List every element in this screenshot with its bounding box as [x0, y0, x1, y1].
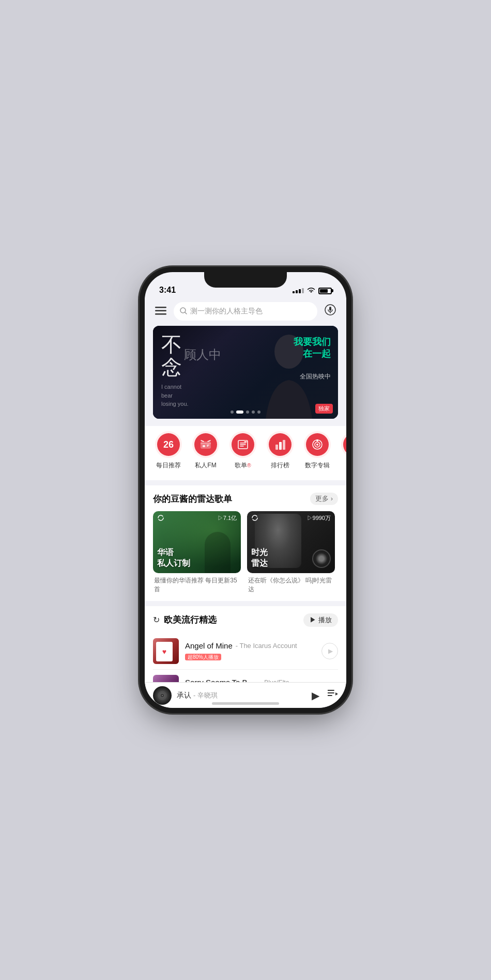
- play-pause-button[interactable]: ▶: [312, 689, 319, 702]
- thumb-1-bg: ▷7.1亿 华语私人订制: [153, 511, 241, 573]
- quick-icon-daily[interactable]: 26 每日推荐: [150, 431, 187, 470]
- song-info-1: Angel of Mine - The Icarus Account 超80%人…: [185, 641, 315, 661]
- svg-rect-21: [283, 440, 285, 450]
- status-icons: [293, 287, 332, 295]
- svg-point-24: [316, 444, 318, 446]
- search-bar[interactable]: 测一测你的人格主导色: [174, 302, 317, 321]
- now-playing-artist: - 辛晓琪: [193, 691, 218, 699]
- battery-icon: [318, 288, 332, 294]
- angel-heart: ♥: [162, 647, 166, 656]
- menu-button[interactable]: [153, 303, 168, 320]
- banner-main-text: 不念: [161, 333, 182, 378]
- playlist-1-count: ▷7.1亿: [218, 514, 237, 522]
- banner-indicators: [231, 410, 260, 414]
- quick-icon-fm[interactable]: 私人FM: [187, 431, 224, 470]
- app-header: 测一测你的人格主导色: [145, 298, 346, 326]
- play-all-button[interactable]: ▶ 播放: [303, 613, 338, 627]
- now-playing-controls: ▶: [312, 689, 338, 702]
- main-content: 测一测你的人格主导色: [145, 298, 346, 682]
- thumb-2-bg: ▷9990万 时光雷达: [247, 511, 335, 573]
- rank-icon-circle: [267, 431, 294, 458]
- svg-rect-20: [279, 442, 282, 450]
- daily-label: 每日推荐: [156, 461, 181, 470]
- notch: [204, 272, 287, 288]
- song-title-row-1: Angel of Mine - The Icarus Account: [185, 641, 315, 650]
- wifi-icon: [307, 287, 315, 295]
- playlist-2-count: ▷9990万: [307, 514, 331, 522]
- svg-marker-32: [335, 692, 338, 696]
- refresh-small-1: [157, 514, 164, 524]
- song-badge-hot-1: 超80%人播放: [185, 654, 221, 660]
- home-indicator: [212, 702, 279, 705]
- playlist-card-1[interactable]: ▷7.1亿 华语私人订制: [153, 511, 241, 594]
- banner-italic-text: I cannotbearlosing you.: [161, 383, 189, 408]
- playlist-button[interactable]: [328, 689, 338, 701]
- quick-icon-digital[interactable]: 数字专辑: [299, 431, 336, 470]
- banner-dot-3: [246, 410, 249, 414]
- song-thumb-angel: ♥: [153, 638, 179, 664]
- fm-label: 私人FM: [195, 461, 216, 470]
- radar-more-button[interactable]: 更多 ›: [310, 493, 338, 505]
- playlist-label: 歌单®: [235, 461, 251, 470]
- song-item-2[interactable]: Sorry Seems To Be The Hardest... - Blue/…: [153, 670, 338, 682]
- playlist-icon: N: [232, 433, 254, 456]
- svg-rect-2: [155, 313, 166, 315]
- song-item-1[interactable]: ♥ Angel of Mine - The Icarus Account 超80…: [153, 633, 338, 670]
- fm-icon-circle: [192, 431, 219, 458]
- search-placeholder: 测一测你的人格主导色: [190, 307, 263, 316]
- banner-dot-4: [252, 410, 255, 414]
- song-play-1[interactable]: ▶: [321, 643, 338, 659]
- hero-banner[interactable]: 不念 I cannotbearlosing you. 顾人中 我要我们在一起 全…: [153, 326, 338, 419]
- rank-icon: [269, 433, 291, 456]
- western-section: ↻ 欧美流行精选 ▶ 播放 ♥: [145, 606, 346, 682]
- playlist-1-desc: 最懂你的华语推荐 每日更新35首: [153, 576, 241, 594]
- banner-dot-2: [236, 410, 243, 414]
- playlist-thumb-1: ▷7.1亿 华语私人订制: [153, 511, 241, 573]
- rank-label: 排行榜: [271, 461, 289, 470]
- song-title-1: Angel of Mine: [185, 641, 233, 650]
- radar-section-header: 你的豆酱的雷达歌单 更多 ›: [153, 493, 338, 505]
- mic-button[interactable]: [323, 302, 338, 321]
- western-title-row: ↻ 欧美流行精选: [153, 614, 217, 626]
- now-playing-title: 承认 - 辛晓琪: [177, 691, 306, 700]
- signal-icon: [293, 288, 304, 293]
- banner-dot-5: [257, 410, 260, 414]
- refresh-small-2: [251, 514, 258, 524]
- banner-subtext: 顾人中: [184, 346, 221, 363]
- quick-icon-rank[interactable]: 排行榜: [262, 431, 299, 470]
- banner-right-title: 我要我们在一起: [294, 336, 331, 360]
- daily-icon-circle: 26: [155, 431, 182, 458]
- western-title: 欧美流行精选: [164, 614, 217, 626]
- song-title-row-2: Sorry Seems To Be The Hardest... - Blue/…: [185, 678, 338, 682]
- playlist-row: ▷7.1亿 华语私人订制: [151, 511, 340, 594]
- quick-icon-playlist[interactable]: N 歌单®: [224, 431, 262, 470]
- svg-rect-1: [155, 310, 166, 312]
- playlist-1-title: 华语私人订制: [157, 547, 190, 569]
- song-badge-row-1: 超80%人播放: [185, 652, 315, 661]
- fm-icon: [194, 433, 217, 456]
- song-play-icon-1: ▶: [328, 647, 333, 655]
- quick-icons-section: 26 每日推荐: [145, 426, 346, 480]
- song-title-2: Sorry Seems To Be The Hardest...: [185, 678, 257, 682]
- svg-text:N: N: [245, 440, 247, 443]
- svg-point-25: [316, 439, 318, 441]
- western-refresh-icon[interactable]: ↻: [153, 615, 160, 625]
- digital-icon: [306, 433, 329, 456]
- now-playing-thumb: [153, 686, 172, 705]
- svg-point-28: [162, 695, 163, 696]
- song-thumb-sorry: [153, 675, 179, 682]
- playlist-2-desc: 还在听《你怎么说》 吗|时光雷达: [247, 576, 335, 594]
- special-icon: 专: [343, 433, 346, 456]
- search-icon: [180, 307, 187, 316]
- quick-icons-row: 26 每日推荐: [145, 431, 346, 477]
- western-header: ↻ 欧美流行精选 ▶ 播放: [153, 613, 338, 627]
- svg-rect-5: [329, 307, 331, 311]
- playlist-card-2[interactable]: ▷9990万 时光雷达 还: [247, 511, 335, 594]
- svg-rect-0: [155, 307, 166, 308]
- svg-rect-10: [203, 445, 205, 447]
- playlist-thumb-2: ▷9990万 时光雷达: [247, 511, 335, 573]
- quick-icon-special[interactable]: 专 专辑: [336, 431, 346, 470]
- thumb-1-person: [205, 532, 231, 573]
- daily-icon: 26: [157, 433, 180, 456]
- banner-right-sub: 全国热映中: [300, 372, 331, 381]
